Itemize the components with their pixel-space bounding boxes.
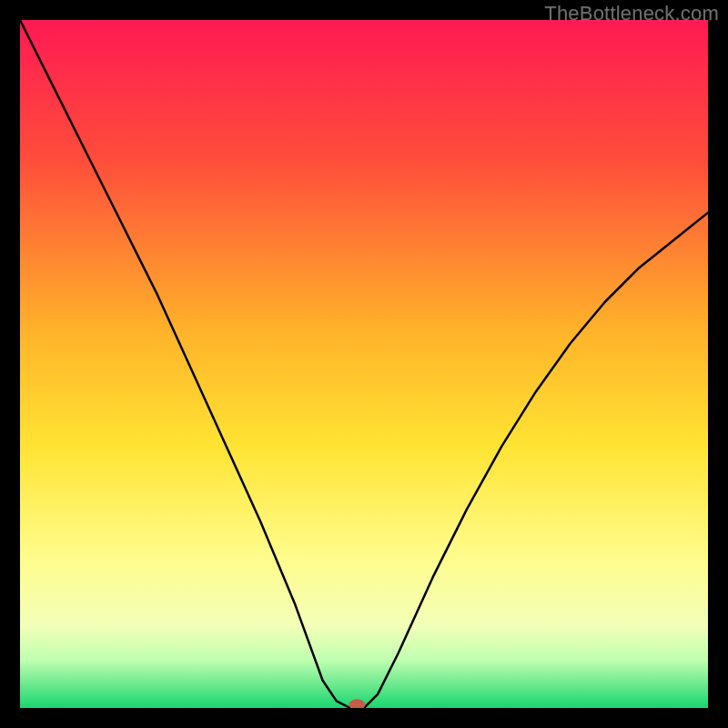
watermark-text: TheBottleneck.com — [544, 2, 719, 25]
chart-background — [20, 20, 708, 708]
chart-svg — [20, 20, 708, 708]
chart-frame: TheBottleneck.com — [0, 0, 728, 728]
plot-area — [20, 20, 708, 708]
